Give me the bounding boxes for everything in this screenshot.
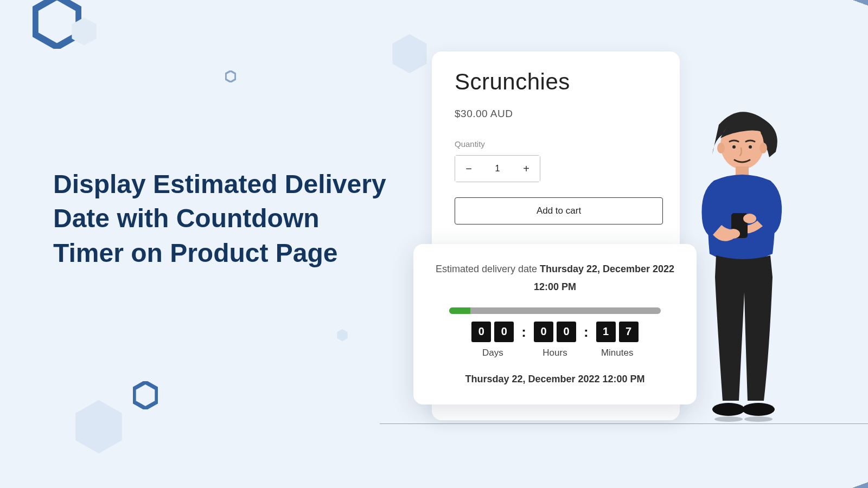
- svg-point-11: [749, 145, 752, 149]
- svg-point-14: [727, 229, 740, 239]
- countdown-minutes: 1 7 Minutes: [596, 322, 639, 358]
- quantity-increase-button[interactable]: +: [513, 156, 540, 182]
- quantity-decrease-button[interactable]: −: [455, 156, 482, 182]
- delivery-date-line: Estimated delivery date Thursday 22, Dec…: [430, 260, 680, 297]
- svg-marker-3: [337, 329, 347, 341]
- svg-point-8: [717, 143, 725, 153]
- svg-marker-6: [134, 382, 157, 408]
- hexagon-icon: [133, 381, 158, 409]
- minus-icon: −: [465, 163, 472, 175]
- delivery-estimate-card: Estimated delivery date Thursday 22, Dec…: [413, 244, 697, 404]
- digit: 0: [471, 322, 491, 342]
- delivery-bottom-date: Thursday 22, December 2022 12:00 PM: [430, 374, 680, 385]
- quantity-value: 1: [482, 156, 513, 182]
- quantity-stepper[interactable]: − 1 +: [455, 155, 540, 182]
- add-to-cart-label: Add to cart: [537, 206, 581, 216]
- svg-point-16: [712, 403, 745, 416]
- countdown-hours-label: Hours: [542, 348, 567, 358]
- delivery-date-bold: Thursday 22, December 2022 12:00 PM: [534, 264, 674, 292]
- digit: 1: [596, 322, 616, 342]
- hexagon-icon: [391, 33, 429, 75]
- delivery-progress-fill: [449, 307, 470, 314]
- quantity-label: Quantity: [455, 139, 657, 149]
- svg-point-10: [732, 145, 736, 149]
- svg-point-15: [743, 214, 756, 223]
- add-to-cart-button[interactable]: Add to cart: [455, 197, 663, 224]
- svg-point-18: [714, 416, 743, 422]
- digit: 0: [494, 322, 514, 342]
- hexagon-icon: [225, 70, 236, 82]
- svg-marker-2: [226, 71, 235, 82]
- hexagon-icon: [71, 16, 98, 47]
- person-illustration: [667, 106, 814, 426]
- plus-icon: +: [523, 163, 529, 175]
- countdown-days-label: Days: [482, 348, 503, 358]
- colon-icon: :: [519, 324, 528, 341]
- svg-point-9: [760, 143, 767, 153]
- product-price: $30.00 AUD: [455, 108, 657, 120]
- svg-point-19: [744, 416, 773, 422]
- svg-marker-1: [72, 17, 96, 46]
- countdown-timer: 0 0 Days : 0 0 Hours : 1 7 Minutes: [430, 322, 680, 358]
- svg-marker-5: [75, 400, 122, 454]
- svg-point-17: [742, 403, 775, 416]
- svg-marker-4: [393, 34, 427, 74]
- countdown-days: 0 0 Days: [471, 322, 514, 358]
- product-title: Scrunchies: [455, 69, 657, 95]
- delivery-progress-bar: [449, 307, 661, 314]
- digit: 0: [534, 322, 553, 342]
- countdown-minutes-label: Minutes: [601, 348, 634, 358]
- digit: 0: [557, 322, 576, 342]
- countdown-hours: 0 0 Hours: [534, 322, 576, 358]
- colon-icon: :: [582, 324, 591, 341]
- page-headline: Display Estimated Delivery Date with Cou…: [53, 167, 395, 270]
- digit: 7: [619, 322, 639, 342]
- delivery-prefix: Estimated delivery date: [436, 264, 540, 274]
- hexagon-icon: [336, 329, 348, 342]
- hexagon-icon: [73, 398, 124, 455]
